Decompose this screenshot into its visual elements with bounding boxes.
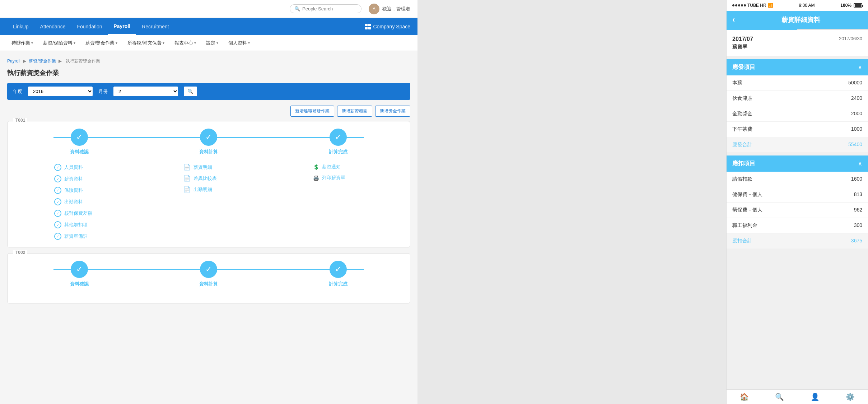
sub-nav-salary-bonus[interactable]: 薪資/獎金作業 ▾ — [81, 36, 122, 51]
task-card-t001: T001 ✓ 資料確認 ✓ 資料計算 ✓ 計算完成 — [7, 121, 410, 247]
check-circle-icon-5: ✓ — [54, 210, 61, 217]
sub-nav-pending[interactable]: 待辦作業 ▾ — [7, 36, 37, 51]
sub-nav-reports[interactable]: 報表中心 ▾ — [170, 36, 200, 51]
step-confirm-label: 資料確認 — [70, 149, 89, 155]
breadcrumb-payroll[interactable]: Payroll — [7, 59, 20, 64]
link-salary-detail[interactable]: 📄 薪資明細 — [183, 164, 234, 171]
deduction-total-value: 3675 — [851, 238, 862, 244]
nav-item-payroll[interactable]: Payroll — [108, 18, 136, 35]
link-other-items[interactable]: ✓ 其他加扣項 — [54, 221, 104, 228]
step-circle-1-t002: ✓ — [71, 261, 88, 278]
action-buttons: 新增離職補發作業 新增薪資範圍 新增獎金作業 — [7, 106, 410, 117]
company-space[interactable]: Company Space — [365, 24, 410, 29]
year-select[interactable]: 2016 — [28, 87, 93, 96]
mobile-bottom-nav: 🏠 🔍 👤 ⚙️ — [727, 389, 868, 404]
link-insurance[interactable]: ✓ 保險資料 — [54, 187, 104, 194]
dollar-icon: 💲 — [313, 164, 319, 170]
deduction-value-1: 1600 — [851, 176, 862, 182]
link-notes-label: 薪資單備註 — [64, 233, 88, 240]
doc-icon-2: 📄 — [183, 175, 191, 182]
step-label-1-t002: 資料確認 — [70, 281, 89, 287]
pay-date-left: 2017/07 — [732, 36, 753, 42]
mobile-header: ‹ 薪資詳細資料 — [727, 11, 868, 29]
pay-date-right: 2017/06/30 — [839, 36, 862, 41]
income-total-label: 應發合計 — [732, 141, 752, 148]
step-calculate-label: 資料計算 — [199, 149, 218, 155]
sub-nav-tax[interactable]: 所得稅/補充保費 ▾ — [123, 36, 169, 51]
step-calculate: ✓ 資料計算 — [199, 129, 218, 155]
income-value-4: 1000 — [851, 126, 862, 133]
sub-nav-salary-insurance[interactable]: 薪資/保險資料 ▾ — [39, 36, 80, 51]
time-label: 9:00 AM — [799, 3, 815, 8]
income-row-3: 全勤獎金 2000 — [727, 106, 868, 122]
step-circle-3-t002: ✓ — [330, 261, 347, 278]
deduction-row-3: 勞保費－個人 962 — [727, 203, 868, 218]
sub-nav-personal[interactable]: 個人資料 ▾ — [224, 36, 254, 51]
month-label: 月份 — [98, 88, 108, 95]
deduction-row-4: 職工福利金 300 — [727, 218, 868, 233]
task-id-t002: T002 — [13, 250, 27, 255]
top-bar: 🔍 A 歡迎，管理者 — [0, 0, 417, 18]
link-personnel[interactable]: ✓ 人員資料 — [54, 164, 104, 171]
sub-nav-settings[interactable]: 設定 ▾ — [202, 36, 223, 51]
income-title: 應發項目 — [732, 64, 755, 71]
signal-icon — [732, 4, 746, 6]
progress-steps-t002: ✓ 資料確認 ✓ 資料計算 ✓ 計算完成 — [15, 261, 403, 287]
search-box[interactable]: 🔍 — [290, 4, 361, 13]
nav-bar: LinkUp Attendance Foundation Payroll Rec… — [0, 18, 417, 35]
deduction-label-3: 勞保費－個人 — [732, 207, 762, 213]
wifi-icon: 📶 — [768, 3, 773, 8]
filter-search-button[interactable]: 🔍 — [184, 87, 197, 96]
income-row-1: 本薪 50000 — [727, 75, 868, 91]
link-diff-comparison[interactable]: 📄 差異比較表 — [183, 175, 234, 182]
mobile-nav-search[interactable]: 🔍 — [762, 393, 798, 401]
link-attendance-detail[interactable]: 📄 出勤明細 — [183, 186, 234, 193]
add-bonus-button[interactable]: 新增獎金作業 — [375, 106, 410, 117]
deduction-row-2: 健保費－個人 813 — [727, 187, 868, 203]
mobile-status-bar: TUBE HR 📶 9:00 AM 100% — [727, 0, 868, 11]
search-icon: 🔍 — [294, 6, 300, 11]
user-info: A 歡迎，管理者 — [369, 4, 410, 14]
link-insurance-diff[interactable]: ✓ 核對保費差額 — [54, 210, 104, 217]
deduction-total-row: 應扣合計 3675 — [727, 233, 868, 249]
step-complete-t002: ✓ 計算完成 — [329, 261, 347, 287]
deduction-section-header[interactable]: 應扣項目 ∧ — [727, 155, 868, 172]
mobile-content: 2017/07 薪資單 2017/06/30 應發項目 ∧ 本薪 50000 伙… — [727, 30, 868, 389]
nav-item-attendance[interactable]: Attendance — [34, 19, 71, 34]
link-attendance-detail-label: 出勤明細 — [193, 186, 212, 193]
income-label-2: 伙食津貼 — [732, 95, 752, 102]
pay-header: 2017/07 薪資單 2017/06/30 — [727, 30, 868, 56]
mobile-panel: TUBE HR 📶 9:00 AM 100% ‹ 薪資詳細資料 2017/07 … — [726, 0, 868, 404]
income-section-header[interactable]: 應發項目 ∧ — [727, 59, 868, 75]
nav-item-foundation[interactable]: Foundation — [71, 19, 108, 34]
breadcrumb-current: 執行薪資獎金作業 — [66, 59, 100, 64]
nav-item-linkup[interactable]: LinkUp — [7, 19, 34, 34]
link-attendance-label: 出勤資料 — [64, 199, 83, 205]
link-other-items-label: 其他加扣項 — [64, 222, 88, 228]
link-attendance[interactable]: ✓ 出勤資料 — [54, 198, 104, 205]
add-salary-range-button[interactable]: 新增薪資範圍 — [337, 106, 372, 117]
link-salary-notify[interactable]: 💲 薪資通知 — [313, 164, 363, 170]
link-personnel-label: 人員資料 — [64, 164, 83, 171]
check-circle-icon-1: ✓ — [54, 164, 61, 171]
nav-item-recruitment[interactable]: Recruitment — [136, 19, 174, 34]
back-button[interactable]: ‹ — [732, 15, 735, 24]
step-confirm-circle: ✓ — [71, 129, 88, 146]
mobile-nav-home[interactable]: 🏠 — [727, 393, 762, 401]
add-resignation-button[interactable]: 新增離職補發作業 — [290, 106, 334, 117]
link-print-payslip[interactable]: 🖨️ 列印薪資單 — [313, 175, 363, 181]
check-circle-icon-2: ✓ — [54, 175, 61, 182]
deduction-chevron: ∧ — [858, 160, 862, 167]
link-notes[interactable]: ✓ 薪資單備註 — [54, 233, 104, 240]
link-diff-comparison-label: 差異比較表 — [193, 175, 217, 182]
mobile-nav-profile[interactable]: 👤 — [797, 393, 833, 401]
breadcrumb-salary-bonus[interactable]: 薪資/獎金作業 — [29, 59, 56, 64]
link-salary-data[interactable]: ✓ 薪資資料 — [54, 175, 104, 182]
step-complete: ✓ 計算完成 — [329, 129, 347, 155]
search-input[interactable] — [302, 6, 356, 11]
step-confirm: ✓ 資料確認 — [70, 129, 89, 155]
mobile-nav-settings[interactable]: ⚙️ — [833, 393, 868, 401]
step-links-t001: ✓ 人員資料 ✓ 薪資資料 ✓ 保險資料 ✓ 出勤資料 — [15, 164, 403, 240]
month-select[interactable]: 2 — [113, 87, 178, 96]
panel-separator — [417, 0, 726, 404]
